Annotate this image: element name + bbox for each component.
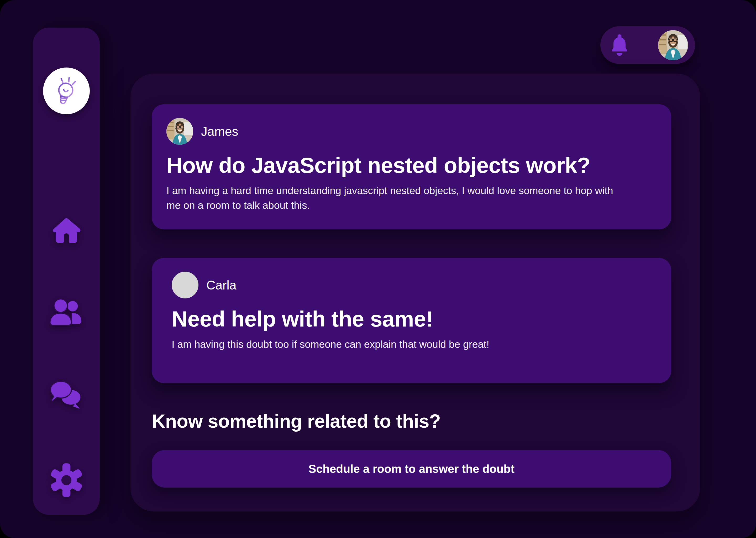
author-avatar-placeholder — [172, 272, 199, 298]
sidebar-item-settings[interactable] — [47, 460, 86, 500]
home-icon — [50, 214, 83, 247]
cta-heading: Know something related to this? — [152, 410, 441, 432]
author-name: Carla — [206, 278, 237, 293]
content-panel: James How do JavaScript nested objects w… — [130, 74, 700, 511]
sidebar — [33, 27, 100, 515]
question-card-james[interactable]: James How do JavaScript nested objects w… — [152, 104, 671, 229]
card-header: Carla — [172, 272, 655, 298]
app-window: James How do JavaScript nested objects w… — [0, 0, 756, 538]
people-icon — [48, 298, 85, 328]
chat-bubbles-icon — [49, 380, 84, 411]
gear-icon — [50, 463, 83, 497]
question-body: I am having a hard time understanding ja… — [166, 183, 629, 213]
sidebar-item-chat[interactable] — [47, 376, 86, 415]
app-logo-button[interactable] — [43, 68, 90, 114]
user-avatar[interactable] — [658, 30, 688, 60]
card-header: James — [166, 118, 655, 145]
schedule-room-button[interactable]: Schedule a room to answer the doubt — [152, 450, 671, 488]
question-title: How do JavaScript nested objects work? — [166, 153, 655, 178]
sidebar-item-people[interactable] — [47, 294, 86, 333]
author-avatar-photo — [166, 118, 193, 145]
question-title: Need help with the same! — [172, 306, 655, 332]
header-pill — [600, 26, 695, 64]
question-body: I am having this doubt too if someone ca… — [172, 337, 634, 351]
author-name: James — [201, 124, 238, 139]
notifications-button[interactable] — [607, 33, 632, 57]
lightbulb-icon — [50, 75, 82, 107]
bell-icon — [607, 33, 632, 57]
user-avatar-photo — [658, 30, 688, 60]
question-card-carla[interactable]: Carla Need help with the same! I am havi… — [152, 258, 671, 383]
sidebar-item-home[interactable] — [47, 211, 86, 250]
